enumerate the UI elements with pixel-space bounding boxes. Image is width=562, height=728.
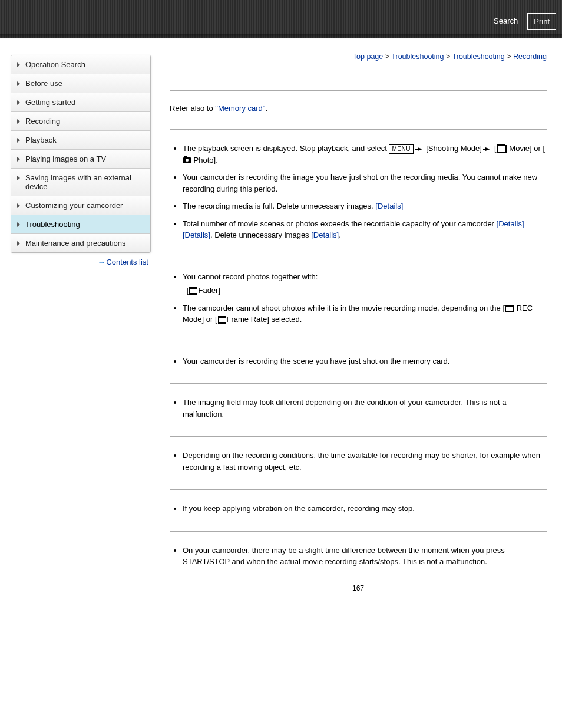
sidebar-item-operation-search[interactable]: Operation Search xyxy=(11,55,150,74)
crumb-2[interactable]: Troubleshooting xyxy=(452,52,505,61)
sidebar-item-playback[interactable]: Playback xyxy=(11,131,150,150)
divider xyxy=(170,383,547,384)
list-item: The camcorder cannot shoot photos while … xyxy=(183,302,547,325)
sidebar-item-recording[interactable]: Recording xyxy=(11,112,150,131)
trouble-list-2: You cannot record photos together with: … xyxy=(172,271,547,325)
details-link[interactable]: [Details] xyxy=(497,219,524,228)
details-link[interactable]: [Details] xyxy=(311,230,339,239)
list-item: If you keep applying vibration on the ca… xyxy=(183,503,547,515)
divider xyxy=(170,489,547,490)
sublist-item: [Fader] xyxy=(183,285,547,297)
film-icon xyxy=(189,287,197,295)
sidebar-item-before-use[interactable]: Before use xyxy=(11,74,150,93)
arrow-right-icon xyxy=(418,147,422,151)
trouble-list-5: Depending on the recording conditions, t… xyxy=(172,450,547,473)
trouble-list-3: Your camcorder is recording the scene yo… xyxy=(172,355,547,367)
photo-icon xyxy=(183,157,191,163)
list-item: You cannot record photos together with: … xyxy=(183,271,547,297)
trouble-list-1: The playback screen is displayed. Stop p… xyxy=(172,143,547,241)
top-banner: Search Print xyxy=(0,0,562,38)
list-item: Depending on the recording conditions, t… xyxy=(183,450,547,473)
details-link[interactable]: [Details] xyxy=(375,202,403,210)
details-link[interactable]: [Details] xyxy=(183,230,210,239)
divider xyxy=(170,129,547,130)
sidebar-nav: Operation Search Before use Getting star… xyxy=(11,55,151,253)
arrow-right-icon: → xyxy=(97,258,105,266)
sidebar-item-troubleshooting[interactable]: Troubleshooting xyxy=(11,215,150,234)
movie-icon xyxy=(497,145,507,153)
list-item: Your camcorder is recording the scene yo… xyxy=(183,355,547,367)
contents-list-link[interactable]: →Contents list xyxy=(11,253,151,266)
print-button[interactable]: Print xyxy=(527,13,556,30)
list-item: On your camcorder, there may be a slight… xyxy=(183,545,547,568)
divider xyxy=(170,531,547,532)
trouble-list-6: If you keep applying vibration on the ca… xyxy=(172,503,547,515)
trouble-list-7: On your camcorder, there may be a slight… xyxy=(172,545,547,568)
arrow-right-icon xyxy=(485,147,490,151)
list-item: Total number of movie scenes or photos e… xyxy=(183,218,547,241)
crumb-3[interactable]: Recording xyxy=(513,52,547,61)
sidebar-item-maintenance[interactable]: Maintenance and precautions xyxy=(11,234,150,252)
menu-button-icon: MENU xyxy=(389,144,413,154)
sidebar-item-saving-external[interactable]: Saving images with an external device xyxy=(11,169,150,196)
trouble-list-4: The imaging field may look different dep… xyxy=(172,397,547,420)
crumb-1[interactable]: Troubleshooting xyxy=(391,52,444,61)
divider xyxy=(170,90,547,91)
film-icon xyxy=(505,305,514,312)
page-number: 167 xyxy=(170,584,547,592)
refer-note: Refer also to "Memory card". xyxy=(170,104,547,113)
list-item: The playback screen is displayed. Stop p… xyxy=(183,143,547,166)
divider xyxy=(170,436,547,437)
memory-card-link[interactable]: "Memory card" xyxy=(215,104,265,113)
sidebar-item-playing-tv[interactable]: Playing images on a TV xyxy=(11,150,150,169)
main-content: Top page > Troubleshooting > Troubleshoo… xyxy=(170,55,547,598)
sidebar-item-customizing[interactable]: Customizing your camcorder xyxy=(11,196,150,215)
search-button[interactable]: Search xyxy=(488,13,524,30)
film-icon xyxy=(218,316,226,324)
list-item: The imaging field may look different dep… xyxy=(183,397,547,420)
sidebar-item-getting-started[interactable]: Getting started xyxy=(11,93,150,112)
crumb-top[interactable]: Top page xyxy=(353,52,383,61)
breadcrumb: Top page > Troubleshooting > Troubleshoo… xyxy=(170,52,547,61)
divider xyxy=(170,342,547,342)
list-item: The recording media is full. Delete unne… xyxy=(183,200,547,212)
divider xyxy=(170,258,547,258)
list-item: Your camcorder is recording the image yo… xyxy=(183,172,547,195)
